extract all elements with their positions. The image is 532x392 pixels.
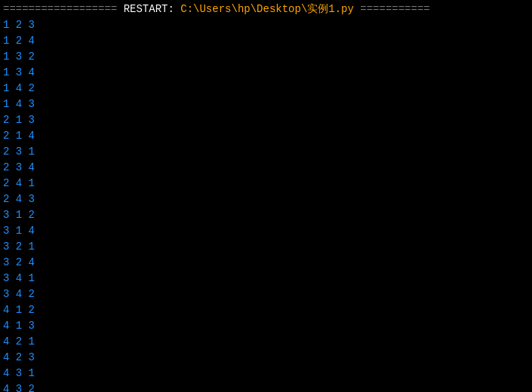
terminal[interactable]: ================== RESTART: C:\Users\hp\… [0, 0, 532, 392]
output-container: 1 2 31 2 41 3 21 3 41 4 21 4 32 1 32 1 4… [3, 17, 529, 392]
output-line: 4 1 3 [3, 318, 529, 334]
output-line: 1 3 2 [3, 49, 529, 65]
output-line: 1 4 2 [3, 81, 529, 96]
output-line: 4 3 2 [3, 381, 529, 392]
output-line: 3 4 2 [3, 286, 529, 302]
output-line: 4 3 1 [3, 366, 529, 381]
output-line: 1 2 3 [3, 17, 529, 33]
output-line: 4 2 3 [3, 350, 529, 366]
restart-path: C:\Users\hp\Desktop\实例1.py [180, 3, 354, 15]
separator-right: =========== [360, 3, 429, 15]
output-line: 2 4 3 [3, 191, 529, 207]
output-line: 3 4 1 [3, 271, 529, 286]
output-line: 2 3 4 [3, 160, 529, 176]
output-line: 3 1 4 [3, 223, 529, 239]
separator-left: ================== [3, 3, 117, 15]
output-line: 1 4 3 [3, 96, 529, 112]
output-line: 2 1 3 [3, 112, 529, 128]
output-line: 3 2 4 [3, 255, 529, 271]
output-line: 2 3 1 [3, 144, 529, 160]
output-line: 4 1 2 [3, 302, 529, 318]
output-line: 3 1 2 [3, 207, 529, 223]
output-line: 2 1 4 [3, 128, 529, 144]
output-line: 2 4 1 [3, 176, 529, 191]
output-line: 4 2 1 [3, 334, 529, 350]
restart-line: ================== RESTART: C:\Users\hp\… [3, 2, 529, 17]
output-line: 1 2 4 [3, 33, 529, 49]
output-line: 3 2 1 [3, 239, 529, 255]
restart-label: RESTART: [124, 3, 181, 15]
output-line: 1 3 4 [3, 65, 529, 81]
